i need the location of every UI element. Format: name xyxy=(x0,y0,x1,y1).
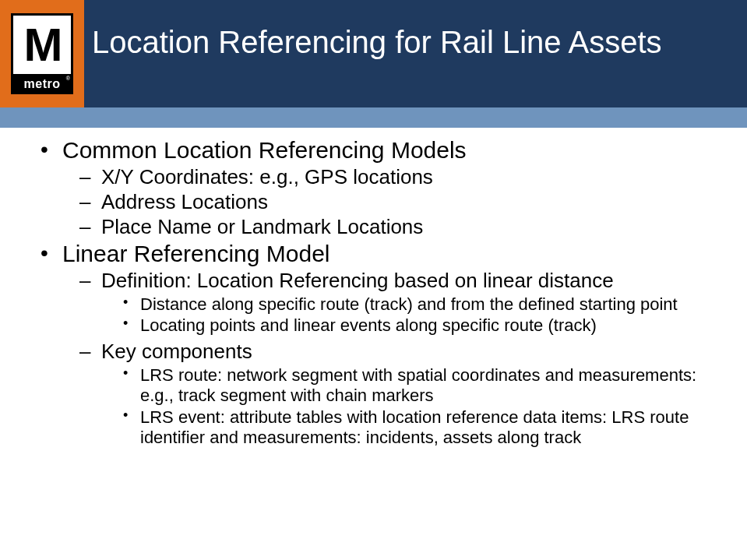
bullet-text: Distance along specific route (track) an… xyxy=(140,294,678,314)
bullet-text: X/Y Coordinates: e.g., GPS locations xyxy=(101,165,433,188)
metro-logo: M metro ® xyxy=(11,13,73,94)
bullet-text: Key components xyxy=(101,340,252,363)
registered-icon: ® xyxy=(66,76,70,81)
bullet-lvl2: X/Y Coordinates: e.g., GPS locations xyxy=(101,165,710,189)
bullet-text: LRS event: attribute tables with locatio… xyxy=(140,407,689,447)
bullet-lvl1: Common Location Referencing Models X/Y C… xyxy=(62,137,710,239)
header-bg-accent xyxy=(0,107,747,128)
bullet-text: Locating points and linear events along … xyxy=(140,315,597,335)
logo-strip: M metro ® xyxy=(0,0,84,107)
bullet-lvl2: Definition: Location Referencing based o… xyxy=(101,269,710,336)
bullet-lvl2: Place Name or Landmark Locations xyxy=(101,215,710,239)
bullet-text: LRS route: network segment with spatial … xyxy=(140,365,696,405)
slide-title: Location Referencing for Rail Line Asset… xyxy=(92,25,731,60)
logo-letter: M xyxy=(24,22,61,69)
bullet-lvl3: LRS event: attribute tables with locatio… xyxy=(140,407,710,449)
slide-header: M metro ® Location Referencing for Rail … xyxy=(0,0,747,128)
bullet-lvl2: Address Locations xyxy=(101,190,710,214)
bullet-lvl1: Linear Referencing Model Definition: Loc… xyxy=(62,241,710,448)
bullet-text: Definition: Location Referencing based o… xyxy=(101,269,614,292)
bullet-text: Place Name or Landmark Locations xyxy=(101,215,423,238)
bullet-lvl3: Distance along specific route (track) an… xyxy=(140,294,710,315)
bullet-text: Linear Referencing Model xyxy=(62,241,330,266)
logo-word: metro xyxy=(24,77,61,91)
bullet-lvl2: Key components LRS route: network segmen… xyxy=(101,340,710,449)
logo-text-area: metro ® xyxy=(11,74,73,94)
bullet-text: Common Location Referencing Models xyxy=(62,137,467,163)
bullet-lvl3: LRS route: network segment with spatial … xyxy=(140,365,710,407)
logo-m-area: M xyxy=(13,16,71,74)
bullet-lvl3: Locating points and linear events along … xyxy=(140,315,710,336)
slide-content: Common Location Referencing Models X/Y C… xyxy=(0,128,747,448)
bullet-text: Address Locations xyxy=(101,190,268,213)
